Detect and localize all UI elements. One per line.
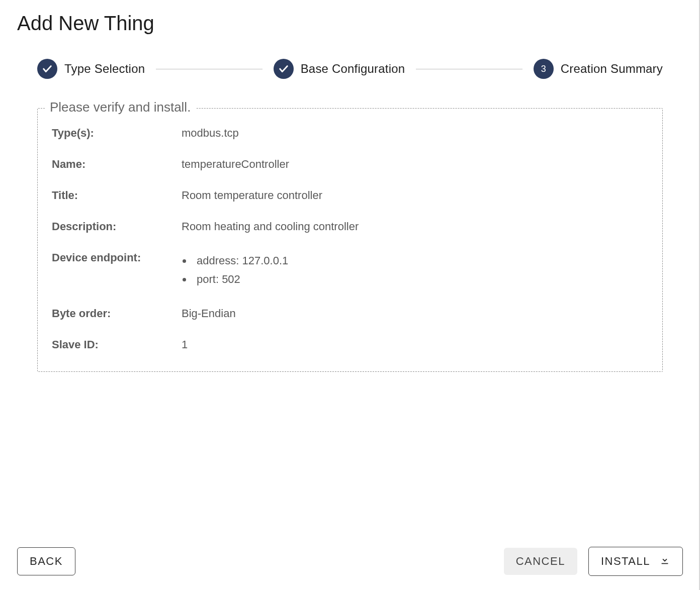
page-title: Add New Thing [17,12,683,35]
value-types: modbus.tcp [182,127,648,140]
stepper: Type Selection Base Configuration 3 Crea… [17,59,683,79]
check-icon [274,59,294,79]
value-title: Room temperature controller [182,189,648,202]
back-button[interactable]: BACK [17,547,75,575]
download-icon [659,554,670,568]
label-endpoint: Device endpoint: [52,251,178,264]
value-name: temperatureController [182,158,648,171]
step-label: Type Selection [64,62,145,76]
footer: BACK CANCEL INSTALL [17,547,683,590]
panel-legend: Please verify and install. [45,100,196,115]
step-divider [416,69,522,69]
value-slave-id: 1 [182,338,648,351]
endpoint-address: address: 127.0.0.1 [193,251,648,270]
label-title: Title: [52,189,178,202]
value-byte-order: Big-Endian [182,307,648,320]
install-button-label: INSTALL [601,555,650,568]
step-creation-summary[interactable]: 3 Creation Summary [534,59,663,79]
install-button[interactable]: INSTALL [588,547,683,576]
step-label: Base Configuration [301,62,405,76]
cancel-button[interactable]: CANCEL [504,548,577,575]
step-label: Creation Summary [561,62,663,76]
value-endpoint: address: 127.0.0.1 port: 502 [182,251,648,289]
step-type-selection[interactable]: Type Selection [37,59,145,79]
step-number-icon: 3 [534,59,554,79]
endpoint-port: port: 502 [193,270,648,288]
label-description: Description: [52,220,178,233]
label-name: Name: [52,158,178,171]
label-byte-order: Byte order: [52,307,178,320]
label-types: Type(s): [52,127,178,140]
label-slave-id: Slave ID: [52,338,178,351]
value-description: Room heating and cooling controller [182,220,648,233]
step-divider [156,69,262,69]
check-icon [37,59,57,79]
step-base-configuration[interactable]: Base Configuration [274,59,405,79]
summary-panel: Please verify and install. Type(s): modb… [37,108,663,372]
